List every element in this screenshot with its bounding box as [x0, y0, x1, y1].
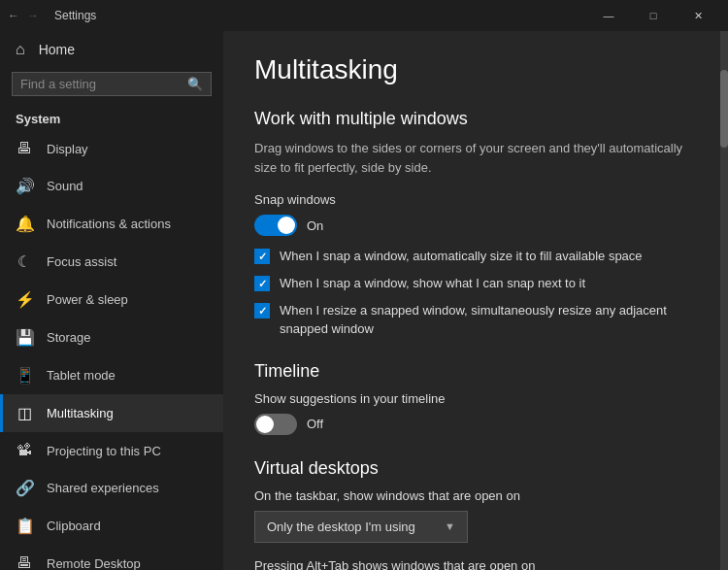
section2-heading: Timeline — [254, 361, 689, 382]
sidebar-item-remote[interactable]: 🖶 Remote Desktop — [0, 545, 223, 570]
snap-toggle-row: On — [254, 215, 689, 236]
snap-checkbox2-row: ✓ When I snap a window, show what I can … — [254, 275, 689, 292]
checkmark-icon: ✓ — [258, 251, 267, 263]
snap-toggle[interactable] — [254, 215, 297, 236]
sidebar-item-shared[interactable]: 🔗 Shared experiences — [0, 469, 223, 507]
taskbar-label: On the taskbar, show windows that are op… — [254, 488, 689, 503]
sidebar-item-storage[interactable]: 💾 Storage — [0, 319, 223, 356]
snap-toggle-thumb — [278, 217, 295, 234]
scrollbar-track[interactable] — [720, 31, 728, 570]
titlebar-title: Settings — [54, 9, 96, 22]
alttab-label: Pressing Alt+Tab shows windows that are … — [254, 558, 689, 570]
sidebar-item-label: Projecting to this PC — [47, 444, 161, 458]
sidebar-item-display[interactable]: 🖶 Display — [0, 130, 223, 167]
section1-heading: Work with multiple windows — [254, 109, 689, 129]
sidebar-item-label: Shared experiences — [47, 481, 159, 495]
timeline-toggle-track[interactable] — [254, 414, 297, 435]
sidebar-item-clipboard[interactable]: 📋 Clipboard — [0, 507, 223, 545]
multitasking-icon: ◫ — [16, 404, 33, 422]
home-icon: ⌂ — [16, 41, 25, 58]
snap-checkbox1-label: When I snap a window, automatically size… — [280, 248, 643, 265]
snap-checkbox3-label: When I resize a snapped window, simultan… — [280, 302, 689, 337]
sidebar-item-home[interactable]: ⌂ Home — [0, 31, 223, 68]
sidebar-item-power[interactable]: ⚡ Power & sleep — [0, 281, 223, 319]
sidebar-item-label: Display — [47, 142, 88, 156]
sidebar-item-sound[interactable]: 🔊 Sound — [0, 167, 223, 205]
snap-checkbox1-row: ✓ When I snap a window, automatically si… — [254, 248, 689, 265]
timeline-toggle[interactable] — [254, 414, 297, 435]
sidebar-item-multitasking[interactable]: ◫ Multitasking — [0, 394, 223, 432]
close-button[interactable]: ✕ — [676, 0, 720, 31]
checkmark-icon: ✓ — [258, 305, 267, 318]
maximize-button[interactable]: □ — [631, 0, 676, 31]
section2: Timeline Show suggestions in your timeli… — [254, 361, 689, 435]
sidebar-item-label: Multitasking — [47, 406, 114, 420]
sidebar: ⌂ Home 🔍 System 🖶 Display 🔊 Sound 🔔 Noti… — [0, 31, 223, 570]
section1-description: Drag windows to the sides or corners of … — [254, 139, 689, 177]
scrollbar-thumb[interactable] — [720, 70, 728, 148]
snap-checkbox2[interactable]: ✓ — [254, 276, 270, 291]
snap-checkbox3-row: ✓ When I resize a snapped window, simult… — [254, 302, 689, 337]
storage-icon: 💾 — [16, 328, 33, 347]
sidebar-item-label: Tablet mode — [47, 368, 116, 383]
sidebar-item-label: Focus assist — [47, 254, 116, 269]
sidebar-item-tablet[interactable]: 📱 Tablet mode — [0, 356, 223, 394]
tablet-icon: 📱 — [16, 366, 33, 385]
taskbar-dropdown[interactable]: Only the desktop I'm using ▼ — [254, 511, 468, 543]
sidebar-item-label: Notifications & actions — [47, 217, 171, 231]
sidebar-item-label: Clipboard — [47, 519, 101, 533]
display-icon: 🖶 — [16, 140, 33, 157]
section3-heading: Virtual desktops — [254, 458, 689, 479]
power-icon: ⚡ — [16, 290, 33, 309]
home-label: Home — [39, 42, 75, 57]
system-section-title: System — [0, 104, 223, 130]
titlebar: ← → Settings — □ ✕ — [0, 0, 728, 31]
titlebar-right: — □ ✕ — [586, 0, 720, 31]
notifications-icon: 🔔 — [16, 215, 33, 233]
shared-icon: 🔗 — [16, 479, 33, 497]
chevron-down-icon: ▼ — [445, 520, 455, 532]
main-content: Multitasking Work with multiple windows … — [223, 31, 720, 570]
taskbar-dropdown-value: Only the desktop I'm using — [267, 520, 415, 534]
search-icon: 🔍 — [187, 77, 203, 91]
snap-windows-label: Snap windows — [254, 192, 689, 207]
sidebar-item-focus[interactable]: ☾ Focus assist — [0, 243, 223, 281]
page-title: Multitasking — [254, 54, 689, 85]
snap-checkbox1[interactable]: ✓ — [254, 249, 270, 264]
sidebar-item-label: Remote Desktop — [47, 556, 141, 571]
forward-icon[interactable]: → — [27, 9, 39, 22]
timeline-toggle-row: Off — [254, 414, 689, 435]
sidebar-item-label: Sound — [47, 179, 83, 193]
search-input[interactable] — [20, 77, 187, 91]
projecting-icon: 📽 — [16, 442, 33, 459]
timeline-toggle-label: Off — [307, 417, 323, 431]
sound-icon: 🔊 — [16, 177, 33, 195]
sidebar-item-label: Power & sleep — [47, 292, 128, 307]
back-icon[interactable]: ← — [8, 9, 19, 22]
snap-toggle-track[interactable] — [254, 215, 297, 236]
sidebar-item-notifications[interactable]: 🔔 Notifications & actions — [0, 205, 223, 243]
snap-checkbox2-label: When I snap a window, show what I can sn… — [280, 275, 585, 292]
focus-icon: ☾ — [16, 252, 33, 271]
clipboard-icon: 📋 — [16, 517, 33, 535]
snap-checkbox3[interactable]: ✓ — [254, 303, 270, 319]
section3: Virtual desktops On the taskbar, show wi… — [254, 458, 689, 570]
app-body: ⌂ Home 🔍 System 🖶 Display 🔊 Sound 🔔 Noti… — [0, 31, 728, 570]
snap-toggle-label: On — [307, 218, 323, 233]
remote-icon: 🖶 — [16, 554, 33, 570]
suggestions-label: Show suggestions in your timeline — [254, 391, 689, 406]
titlebar-left: ← → Settings — [8, 9, 96, 22]
timeline-toggle-thumb — [256, 416, 274, 433]
sidebar-item-label: Storage — [47, 330, 91, 345]
sidebar-item-projecting[interactable]: 📽 Projecting to this PC — [0, 432, 223, 469]
search-box[interactable]: 🔍 — [12, 72, 212, 96]
minimize-button[interactable]: — — [586, 0, 631, 31]
checkmark-icon: ✓ — [258, 278, 267, 290]
